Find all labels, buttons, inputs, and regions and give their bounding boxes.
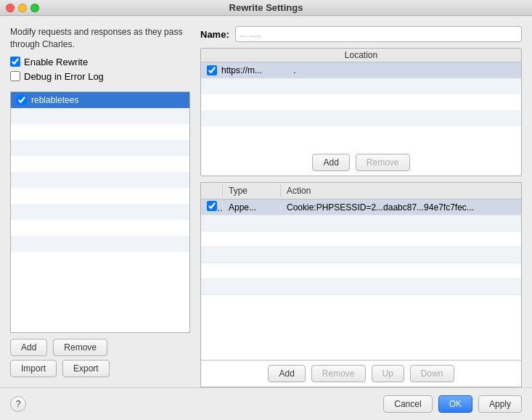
help-button[interactable]: ? [10, 396, 26, 412]
list-item[interactable] [11, 220, 189, 236]
location-list[interactable]: https://m... . [201, 62, 521, 149]
enable-rewrite-row[interactable]: Enable Rewrite [10, 57, 190, 67]
left-buttons: Add Remove Import Export [10, 339, 190, 377]
rules-add-button[interactable]: Add [268, 365, 305, 382]
debug-error-log-label: Debug in Error Log [24, 71, 104, 82]
minimize-button[interactable] [18, 4, 27, 12]
location-item[interactable] [201, 126, 521, 142]
list-item[interactable] [11, 188, 189, 204]
list-item[interactable] [11, 236, 189, 252]
rules-cell-action: Cookie:PHPSESSID=2...daabc87...94e7fc7fe… [281, 202, 521, 213]
bottom-right-buttons: Cancel OK Apply [383, 395, 522, 413]
rules-up-button[interactable]: Up [372, 365, 404, 382]
traffic-lights [6, 4, 39, 12]
rules-section: Type Action Appe... Cookie:PHPSESSID=2..… [200, 182, 522, 387]
rules-cell-type: Appe... [223, 202, 281, 213]
cancel-button[interactable]: Cancel [383, 395, 432, 413]
rules-row-checkbox[interactable] [207, 201, 217, 211]
apply-button[interactable]: Apply [478, 395, 522, 413]
left-import-button[interactable]: Import [10, 360, 57, 377]
rules-list[interactable]: Appe... Cookie:PHPSESSID=2...daabc87...9… [201, 199, 521, 360]
rules-row[interactable] [201, 231, 521, 247]
rules-row[interactable]: Appe... Cookie:PHPSESSID=2...daabc87...9… [201, 199, 521, 215]
close-button[interactable] [6, 4, 15, 12]
list-item-label: reblabletees [31, 95, 78, 105]
left-add-button[interactable]: Add [10, 339, 47, 356]
location-item[interactable]: https://m... . [201, 62, 521, 78]
location-section: Location https://m... . Add Remove [200, 48, 522, 176]
rules-col-action: Action [281, 184, 521, 197]
list-item[interactable]: reblabletees [11, 92, 189, 108]
location-item-url: https://m... . [221, 65, 296, 75]
window-title: Rewrite Settings [229, 2, 303, 13]
rules-buttons: Add Remove Up Down [201, 360, 521, 387]
list-item-checkbox[interactable] [17, 95, 27, 105]
location-add-button[interactable]: Add [312, 154, 349, 171]
enable-rewrite-checkbox[interactable] [10, 57, 20, 67]
ok-button[interactable]: OK [438, 395, 472, 413]
rules-col-type: Type [223, 184, 281, 197]
debug-error-log-checkbox[interactable] [10, 71, 20, 81]
titlebar: Rewrite Settings [0, 0, 532, 16]
bottom-bar: ? Cancel OK Apply [0, 387, 532, 420]
rules-row[interactable] [201, 215, 521, 231]
location-remove-button[interactable]: Remove [356, 154, 410, 171]
location-item[interactable] [201, 110, 521, 126]
rules-col-check [201, 184, 223, 197]
location-buttons: Add Remove [201, 149, 521, 176]
right-panel: Name: Location https://m... . Add Remove [200, 26, 522, 387]
rules-row[interactable] [201, 279, 521, 295]
rules-cell-check [201, 201, 223, 213]
location-item-checkbox[interactable] [207, 65, 217, 75]
list-item[interactable] [11, 204, 189, 220]
list-item[interactable] [11, 108, 189, 124]
rules-table-header: Type Action [201, 183, 521, 199]
name-input[interactable] [235, 26, 522, 42]
name-label: Name: [200, 29, 229, 40]
left-remove-button[interactable]: Remove [53, 339, 107, 356]
list-item[interactable] [11, 124, 189, 140]
name-row: Name: [200, 26, 522, 42]
left-export-button[interactable]: Export [62, 360, 110, 377]
main-content: Modify requests and responses as they pa… [0, 16, 532, 387]
list-item[interactable] [11, 156, 189, 172]
description-text: Modify requests and responses as they pa… [10, 26, 190, 51]
enable-rewrite-label: Enable Rewrite [24, 57, 88, 67]
rewrite-list[interactable]: reblabletees [10, 91, 190, 333]
maximize-button[interactable] [30, 4, 39, 12]
list-item[interactable] [11, 140, 189, 156]
debug-error-log-row[interactable]: Debug in Error Log [10, 71, 190, 82]
location-item[interactable] [201, 78, 521, 94]
left-panel: Modify requests and responses as they pa… [10, 26, 190, 387]
list-item[interactable] [11, 172, 189, 188]
rules-row[interactable] [201, 247, 521, 263]
rules-row[interactable] [201, 263, 521, 279]
location-item[interactable] [201, 94, 521, 110]
location-header: Location [201, 49, 521, 62]
rules-remove-button[interactable]: Remove [311, 365, 366, 382]
rules-down-button[interactable]: Down [410, 365, 454, 382]
